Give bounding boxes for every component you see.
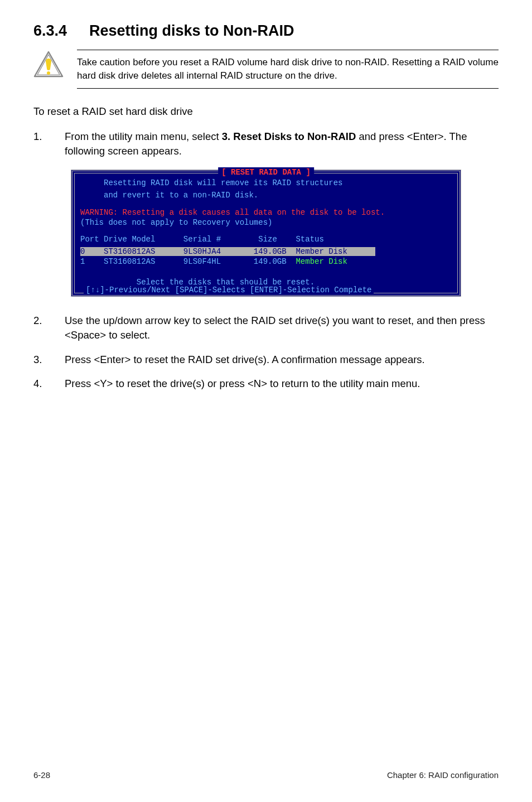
step-1: From the utility main menu, select 3. Re…	[33, 129, 499, 158]
terminal-row-1-status: Member Disk	[296, 257, 347, 266]
terminal-screenshot: [ RESET RAID DATA ] Resetting RAID disk …	[71, 170, 461, 297]
terminal-nav: [↑↓]-Previous/Next [SPACE]-Selects [ENTE…	[84, 285, 374, 295]
step-1-pre: From the utility main menu, select	[65, 131, 222, 142]
step-3: Press <Enter> to reset the RAID set driv…	[33, 352, 499, 367]
section-heading: 6.3.4Resetting disks to Non-RAID	[33, 22, 499, 40]
step-4: Press <Y> to reset the drive(s) or press…	[33, 376, 499, 391]
terminal-line1: Resetting RAID disk will remove its RAID…	[80, 178, 452, 188]
terminal-row-1: 1 ST3160812AS 9LS0F4HL 149.0GB Member Di…	[80, 257, 452, 267]
chapter-label: Chapter 6: RAID configuration	[387, 770, 499, 780]
step-2: Use the up/down arrow key to select the …	[33, 313, 499, 342]
terminal-line2: and revert it to a non-RAID disk.	[80, 190, 452, 200]
page-footer: 6-28 Chapter 6: RAID configuration	[33, 770, 499, 780]
terminal-row-0-sel: 0 ST3160812AS 9LS0HJA4 149.0GB	[80, 247, 291, 256]
page-number: 6-28	[33, 770, 50, 780]
step-1-bold: 3. Reset Disks to Non-RAID	[222, 131, 356, 142]
caution-box: Take caution before you reset a RAID vol…	[33, 50, 499, 89]
heading-number: 6.3.4	[33, 22, 67, 40]
intro-text: To reset a RAID set hard disk drive	[33, 104, 499, 119]
steps-list-top: From the utility main menu, select 3. Re…	[33, 129, 499, 158]
caution-icon	[33, 51, 64, 80]
terminal-warning: WARNING: Resetting a disk causes all dat…	[80, 207, 452, 218]
heading-title: Resetting disks to Non-RAID	[89, 22, 294, 39]
steps-list-bottom: Use the up/down arrow key to select the …	[33, 313, 499, 392]
terminal-row-0: 0 ST3160812AS 9LS0HJA4 149.0GB Member Di…	[80, 247, 452, 257]
terminal-row-0-status: Member Disk	[291, 247, 375, 256]
svg-point-2	[47, 71, 50, 75]
terminal-title: [ RESET RAID DATA ]	[218, 167, 314, 177]
terminal-header: Port Drive Model Serial # Size Status	[80, 234, 452, 244]
terminal-recovery: (This does not apply to Recovery volumes…	[80, 218, 452, 228]
caution-text: Take caution before you reset a RAID vol…	[77, 50, 499, 89]
terminal-row-1-pre: 1 ST3160812AS 9LS0F4HL 149.0GB	[80, 257, 296, 266]
